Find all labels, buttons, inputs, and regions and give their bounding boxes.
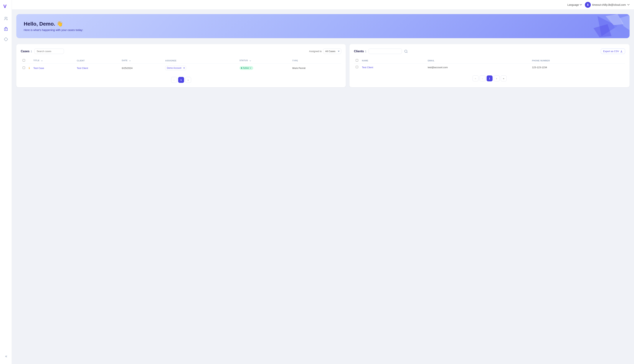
- clients-pagination: « ‹ 1 › »: [354, 76, 625, 81]
- export-csv-button[interactable]: Export as CSV: [601, 48, 625, 54]
- clients-page-1[interactable]: 1: [486, 76, 492, 81]
- cases-count: 1: [30, 50, 32, 53]
- col-type: TYPE: [290, 58, 342, 64]
- case-assignee-select[interactable]: Demo Account: [165, 66, 186, 70]
- app-logo[interactable]: V: [2, 3, 9, 10]
- dashboard-grid: Cases 1 Assigned to All Cases My Cases: [16, 44, 630, 87]
- col-assignee: ASSIGNEE: [163, 58, 238, 64]
- language-selector[interactable]: Language: [567, 3, 582, 6]
- top-header: Language timeout-chilly.0b@icloud.com: [12, 0, 634, 10]
- cases-header: Cases 1 Assigned to All Cases My Cases: [21, 48, 341, 54]
- clients-page-prev[interactable]: ‹: [480, 76, 486, 81]
- client-phone: 123-123-1234: [530, 64, 625, 71]
- svg-text:V: V: [3, 4, 7, 9]
- clients-search-input[interactable]: [368, 48, 402, 54]
- main-content: Language timeout-chilly.0b@icloud.com He…: [12, 0, 634, 364]
- clients-table-head: NAME EMAIL PHONE NUMBER: [354, 58, 625, 64]
- select-all-clients[interactable]: [356, 59, 358, 62]
- case-type: Work Permit: [290, 64, 342, 73]
- client-email: test@account.com: [426, 64, 530, 71]
- cases-pagination: ‹ 1 ›: [21, 77, 341, 83]
- sidebar-item-cases[interactable]: [3, 26, 9, 32]
- hero-decoration: [566, 14, 630, 38]
- case-checkbox[interactable]: [22, 66, 25, 69]
- sidebar-item-people[interactable]: [3, 16, 9, 22]
- clients-search-button[interactable]: [404, 50, 408, 53]
- client-name-link[interactable]: Test Client: [362, 66, 373, 69]
- assigned-label-text: Assigned to: [309, 50, 322, 53]
- assigned-filter: Assigned to All Cases My Cases: [309, 48, 341, 54]
- cases-page-1[interactable]: 1: [178, 77, 184, 83]
- clients-page-first[interactable]: «: [472, 76, 478, 81]
- info-icon: ℹ: [29, 66, 30, 70]
- avatar: [585, 2, 591, 8]
- client-checkbox[interactable]: [356, 66, 358, 68]
- clients-title: Clients 1: [354, 50, 366, 53]
- col-status: STATUS: [238, 58, 290, 64]
- clients-card: Clients 1 Export as CSV: [350, 44, 630, 87]
- cases-page-next[interactable]: ›: [185, 77, 191, 83]
- svg-point-1: [5, 17, 6, 18]
- col-title: TITLE: [32, 58, 75, 64]
- clients-page-next[interactable]: ›: [494, 76, 500, 81]
- col-name: NAME: [360, 58, 426, 64]
- user-email: timeout-chilly.0b@icloud.com: [592, 3, 626, 6]
- sidebar-item-services[interactable]: [3, 36, 9, 42]
- hero-banner: Hello, Demo. 👋 Here is what's happening …: [16, 14, 630, 38]
- cases-page-prev[interactable]: ‹: [171, 77, 177, 83]
- hero-subtitle: Here is what's happening with your cases…: [24, 28, 622, 32]
- sidebar-collapse[interactable]: [4, 355, 8, 361]
- clients-header: Clients 1 Export as CSV: [354, 48, 625, 54]
- cases-title: Cases 1: [21, 50, 32, 53]
- table-row: Test Client test@account.com 123-123-123…: [354, 64, 625, 71]
- clients-count: 1: [365, 50, 366, 53]
- col-phone: PHONE NUMBER: [530, 58, 625, 64]
- cases-search-input[interactable]: [34, 48, 64, 54]
- hero-greeting: Hello, Demo. 👋: [24, 21, 622, 27]
- sidebar-nav: [3, 16, 9, 355]
- cases-table-body: ℹ Test Case Test Client 6/25/2024 Demo A…: [21, 64, 341, 73]
- assigned-select[interactable]: All Cases My Cases: [323, 48, 341, 54]
- language-label: Language: [567, 3, 579, 6]
- col-date: DATE: [120, 58, 163, 64]
- case-client-link[interactable]: Test Client: [77, 67, 88, 70]
- cases-card: Cases 1 Assigned to All Cases My Cases: [16, 44, 346, 87]
- case-date: 6/25/2024: [120, 64, 163, 73]
- table-row: ℹ Test Case Test Client 6/25/2024 Demo A…: [21, 64, 341, 73]
- clients-page-last[interactable]: »: [501, 76, 507, 81]
- select-all-cases[interactable]: [22, 59, 25, 62]
- case-title-link[interactable]: Test Case: [33, 67, 44, 70]
- col-email: EMAIL: [426, 58, 530, 64]
- sidebar: V: [0, 0, 12, 364]
- col-client: CLIENT: [75, 58, 120, 64]
- cases-table: TITLE CLIENT DATE ASSIGNEE STATUS: [21, 58, 341, 72]
- clients-table-body: Test Client test@account.com 123-123-123…: [354, 64, 625, 71]
- page-content: Hello, Demo. 👋 Here is what's happening …: [12, 10, 634, 364]
- user-menu[interactable]: timeout-chilly.0b@icloud.com: [585, 2, 630, 8]
- clients-table: NAME EMAIL PHONE NUMBER Test Client test…: [354, 58, 625, 71]
- status-badge: Active: [240, 66, 254, 70]
- svg-rect-2: [6, 27, 6, 28]
- cases-table-head: TITLE CLIENT DATE ASSIGNEE STATUS: [21, 58, 341, 64]
